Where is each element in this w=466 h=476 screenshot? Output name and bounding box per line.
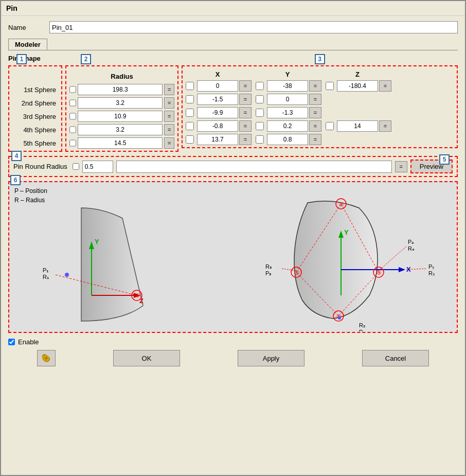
diagram-legend: P – Position R – Radius — [14, 186, 47, 205]
r3-check[interactable] — [69, 112, 76, 120]
badge-2: 2 — [81, 54, 91, 64]
radius-header: Radius — [69, 70, 174, 82]
r3-input[interactable] — [78, 111, 163, 122]
y1-input[interactable] — [267, 80, 308, 92]
r2-eq[interactable]: = — [164, 97, 174, 109]
x2-eq[interactable]: = — [239, 94, 252, 105]
z1-eq[interactable]: = — [379, 80, 391, 92]
round-check[interactable] — [73, 163, 79, 170]
x5-check[interactable] — [186, 135, 194, 144]
y1-eq[interactable]: = — [309, 80, 321, 92]
y-header: Y — [267, 70, 308, 78]
x1-input[interactable] — [197, 80, 238, 92]
name-label: Name — [8, 24, 49, 31]
pin-round-label: Pin Round Radius — [13, 163, 67, 170]
x3-check[interactable] — [186, 109, 194, 117]
r4-eq[interactable]: = — [164, 124, 174, 135]
enable-checkbox[interactable] — [8, 339, 15, 345]
round-value-input[interactable] — [82, 161, 113, 173]
badge-3: 3 — [315, 54, 325, 64]
badge-5: 5 — [439, 154, 450, 165]
y3-input[interactable] — [267, 107, 308, 118]
r5-input[interactable] — [78, 137, 163, 149]
sphere-1-name: 1st Sphere — [12, 84, 58, 95]
x3-input[interactable] — [197, 107, 238, 118]
y5-input[interactable] — [267, 134, 308, 145]
z4-eq[interactable]: = — [379, 120, 391, 132]
badge-6: 6 — [10, 175, 21, 185]
r3-eq[interactable]: = — [164, 111, 174, 122]
r5-eq[interactable]: = — [164, 137, 174, 149]
sphere-5-name: 5th Sphere — [12, 137, 58, 149]
title-bar: Pin — [1, 1, 465, 16]
x5-input[interactable] — [197, 134, 238, 145]
svg-text:R₁: R₁ — [43, 274, 49, 280]
y5-check[interactable] — [256, 135, 264, 144]
y3-check[interactable] — [256, 109, 264, 117]
x4-eq[interactable]: = — [239, 120, 252, 132]
x5-eq[interactable]: = — [239, 134, 252, 145]
sphere-2-name: 2nd Sphere — [12, 97, 58, 109]
z4-check[interactable] — [326, 122, 334, 130]
x1-eq[interactable]: = — [239, 80, 252, 92]
window-title: Pin — [6, 4, 17, 12]
z1-input[interactable] — [337, 80, 378, 92]
ok-button[interactable]: OK — [113, 350, 180, 366]
tab-modeler[interactable]: Modeler — [8, 39, 47, 50]
z1-check[interactable] — [326, 82, 334, 90]
x1-check[interactable] — [186, 82, 194, 90]
y2-input[interactable] — [267, 94, 308, 105]
y2-check[interactable] — [256, 95, 264, 103]
r4-check[interactable] — [69, 126, 76, 134]
r2-check[interactable] — [69, 99, 76, 107]
svg-point-38 — [338, 316, 341, 320]
sphere-3-name: 3rd Sphere — [12, 111, 58, 122]
y4-eq[interactable]: = — [309, 120, 321, 132]
svg-text:③: ③ — [377, 270, 382, 276]
r4-input[interactable] — [78, 124, 163, 135]
y2-eq[interactable]: = — [309, 94, 321, 105]
svg-point-42 — [45, 357, 47, 359]
x2-input[interactable] — [197, 94, 238, 105]
r2-input[interactable] — [78, 97, 163, 109]
y3-eq[interactable]: = — [309, 107, 321, 118]
svg-marker-16 — [399, 267, 405, 272]
x4-input[interactable] — [197, 120, 238, 132]
icon-button[interactable] — [37, 350, 56, 366]
svg-text:R₄: R₄ — [408, 245, 415, 252]
svg-text:P₂: P₂ — [359, 329, 365, 331]
r5-check[interactable] — [69, 139, 76, 147]
right-diagram: Y X ② ③ ④ ⑤ — [251, 192, 446, 331]
svg-point-8 — [65, 273, 69, 277]
round-expr-input[interactable] — [116, 161, 392, 173]
y5-eq[interactable]: = — [309, 134, 321, 145]
x4-check[interactable] — [186, 122, 194, 130]
apply-button[interactable]: Apply — [238, 350, 304, 366]
x3-eq[interactable]: = — [239, 107, 252, 118]
z-header: Z — [337, 70, 378, 78]
y4-check[interactable] — [256, 122, 264, 130]
name-row: Name — [8, 21, 458, 33]
svg-line-35 — [379, 246, 406, 271]
x2-check[interactable] — [186, 95, 194, 103]
svg-text:P₅: P₅ — [428, 263, 434, 270]
y4-input[interactable] — [267, 120, 308, 132]
z4-input[interactable] — [337, 120, 378, 132]
svg-text:Y: Y — [95, 238, 99, 245]
name-input[interactable] — [49, 21, 458, 33]
r1-eq[interactable]: = — [164, 84, 174, 95]
preview-button[interactable]: 5 Preview — [410, 160, 453, 173]
y1-check[interactable] — [256, 82, 264, 90]
r1-input[interactable] — [78, 84, 163, 95]
svg-text:P₃: P₃ — [265, 270, 271, 276]
svg-text:R₅: R₅ — [428, 270, 435, 276]
round-eq[interactable]: = — [395, 161, 407, 172]
cancel-button[interactable]: Cancel — [362, 350, 429, 366]
svg-text:R₂: R₂ — [359, 322, 365, 328]
main-window: Pin Name Modeler Pin Shape 1 — [0, 0, 466, 476]
r1-check[interactable] — [69, 85, 76, 94]
left-diagram: Y Z P₁ R₁ ① — [40, 203, 194, 326]
svg-text:①: ① — [135, 292, 140, 298]
svg-text:Y: Y — [344, 228, 349, 236]
enable-label: Enable — [18, 338, 39, 346]
